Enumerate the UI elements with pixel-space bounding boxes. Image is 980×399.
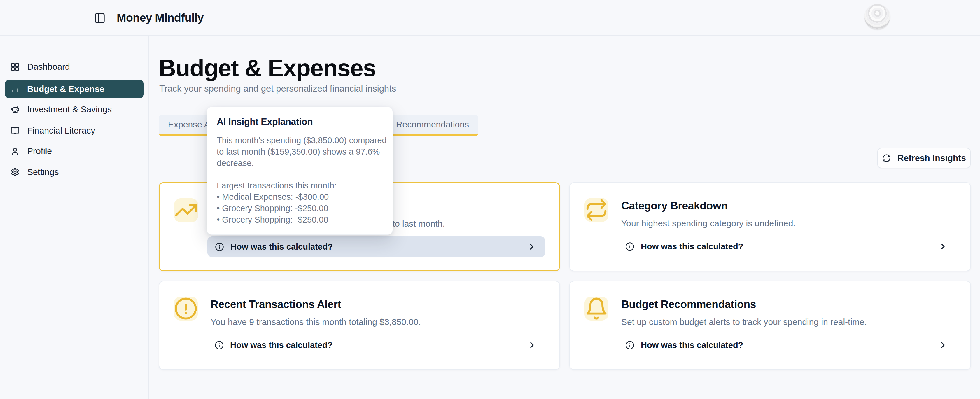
popover-text-line: • Grocery Shopping: -$250.00 bbox=[217, 203, 383, 214]
sidebar-item-label: Dashboard bbox=[27, 62, 70, 72]
chevron-right-icon bbox=[938, 340, 948, 350]
user-icon bbox=[11, 147, 19, 156]
card-title: Budget Recommendations bbox=[621, 298, 756, 311]
popover-text-line: • Medical Expenses: -$300.00 bbox=[217, 191, 383, 203]
panel-left-icon bbox=[94, 12, 106, 24]
how-calculated-label: How was this calculated? bbox=[641, 340, 743, 350]
how-calculated-label: How was this calculated? bbox=[230, 340, 332, 350]
sidebar: Menu Dashboard Budget & Expense Investme… bbox=[0, 36, 149, 399]
icon-tile bbox=[584, 297, 608, 321]
sidebar-item-label: Financial Literacy bbox=[27, 126, 95, 136]
sidebar-toggle-button[interactable] bbox=[94, 12, 106, 24]
icon-tile bbox=[174, 297, 198, 321]
card-description: Your highest spending category is undefi… bbox=[621, 218, 795, 228]
piggy-bank-icon bbox=[11, 105, 19, 114]
how-calculated-label: How was this calculated? bbox=[641, 242, 743, 251]
popover-title: AI Insight Explanation bbox=[217, 116, 383, 127]
bar-chart-icon bbox=[11, 84, 19, 94]
ai-insight-popover: AI Insight Explanation This month's spen… bbox=[207, 107, 393, 235]
chevron-right-icon bbox=[527, 242, 536, 251]
sidebar-item-budget-expense[interactable]: Budget & Expense bbox=[5, 79, 144, 98]
sidebar-item-financial-literacy[interactable]: Financial Literacy bbox=[5, 121, 144, 140]
sidebar-item-label: Investment & Savings bbox=[27, 105, 112, 114]
sidebar-item-label: Profile bbox=[27, 146, 52, 156]
sidebar-item-label: Settings bbox=[27, 167, 59, 177]
info-icon bbox=[215, 341, 224, 350]
card-title: Category Breakdown bbox=[621, 200, 728, 212]
how-calculated-label: How was this calculated? bbox=[231, 242, 333, 252]
refresh-insights-label: Refresh Insights bbox=[897, 153, 966, 163]
chevron-right-icon bbox=[527, 340, 537, 350]
card-description: You have 9 transactions this month total… bbox=[211, 317, 421, 327]
trending-up-icon bbox=[174, 198, 198, 222]
popover-text-line: decrease. bbox=[217, 157, 383, 169]
book-open-icon bbox=[11, 126, 19, 135]
sidebar-item-profile[interactable]: Profile bbox=[5, 142, 144, 161]
how-calculated-row[interactable]: How was this calculated? bbox=[618, 335, 956, 356]
insight-card-recent-transactions: Recent Transactions Alert You have 9 tra… bbox=[159, 281, 560, 370]
sidebar-item-dashboard[interactable]: Dashboard bbox=[5, 57, 144, 76]
chevron-right-icon bbox=[938, 242, 948, 251]
info-icon bbox=[215, 242, 224, 251]
insight-card-category-breakdown: Category Breakdown Your highest spending… bbox=[570, 182, 971, 271]
how-calculated-row[interactable]: How was this calculated? bbox=[618, 236, 956, 257]
popover-text-line: Largest transactions this month: bbox=[217, 180, 383, 191]
page-subtitle: Track your spending and get personalized… bbox=[159, 83, 396, 94]
card-description: Set up custom budget alerts to track you… bbox=[621, 317, 867, 327]
app-title: Money Mindfully bbox=[117, 0, 204, 36]
gear-icon bbox=[11, 168, 19, 177]
app-window: Money Mindfully Menu Dashboard Budget & … bbox=[0, 0, 980, 399]
popover-text-line: to last month ($159,350.00) shows a 97.6… bbox=[217, 146, 383, 157]
refresh-insights-button[interactable]: Refresh Insights bbox=[877, 148, 970, 168]
popover-text-line: This month's spending ($3,850.00) compar… bbox=[217, 135, 383, 146]
alert-circle-icon bbox=[174, 297, 198, 321]
icon-tile bbox=[584, 198, 608, 222]
info-icon bbox=[625, 242, 635, 251]
how-calculated-row[interactable]: How was this calculated? bbox=[207, 236, 545, 257]
refresh-icon bbox=[882, 154, 891, 163]
page-title: Budget & Expenses bbox=[159, 54, 376, 82]
sidebar-item-investment-savings[interactable]: Investment & Savings bbox=[5, 100, 144, 119]
sidebar-item-label: Budget & Expense bbox=[27, 84, 104, 94]
popover-text-line: • Grocery Shopping: -$250.00 bbox=[217, 214, 383, 226]
dashboard-icon bbox=[11, 62, 19, 72]
repeat-icon bbox=[584, 198, 608, 222]
sidebar-item-settings[interactable]: Settings bbox=[5, 163, 144, 181]
bell-icon bbox=[584, 297, 608, 321]
insight-card-budget-recommendations: Budget Recommendations Set up custom bud… bbox=[570, 281, 971, 370]
icon-tile bbox=[174, 198, 198, 222]
top-header: Money Mindfully bbox=[0, 0, 980, 36]
how-calculated-row[interactable]: How was this calculated? bbox=[207, 335, 546, 356]
info-icon bbox=[625, 341, 635, 350]
avatar[interactable] bbox=[864, 4, 890, 30]
card-title: Recent Transactions Alert bbox=[211, 298, 341, 311]
